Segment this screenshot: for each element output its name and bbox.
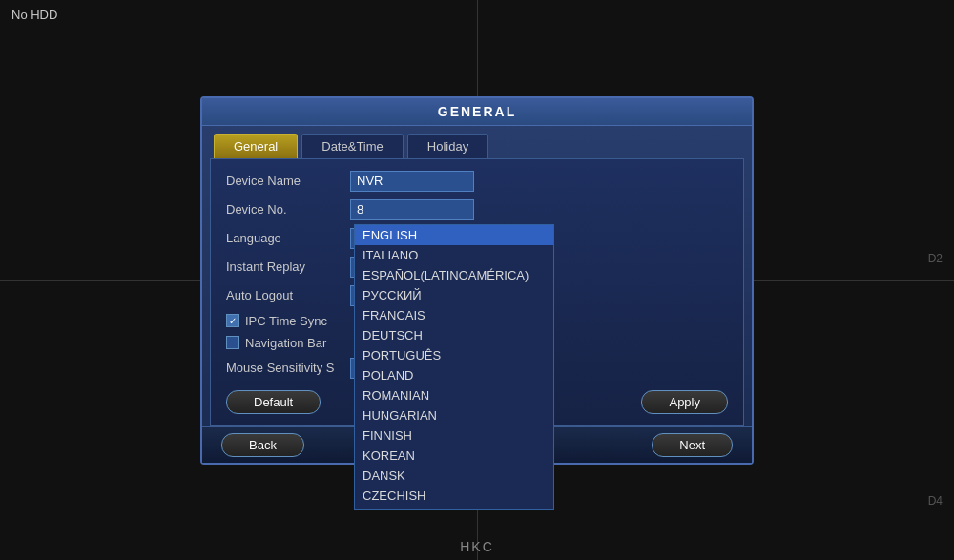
lang-finnish[interactable]: FINNISH: [355, 425, 553, 446]
back-button[interactable]: Back: [221, 433, 304, 457]
device-no-input[interactable]: [350, 199, 474, 220]
auto-logout-label: Auto Logout: [226, 288, 350, 302]
lang-portugues[interactable]: PORTUGUÊS: [355, 345, 553, 365]
lang-english[interactable]: ENGLISH: [355, 225, 553, 245]
lang-romanian[interactable]: ROMANIAN: [355, 385, 553, 405]
instant-replay-label: Instant Replay: [226, 259, 350, 274]
default-button[interactable]: Default: [226, 390, 321, 414]
lang-bulgaria[interactable]: BULGARIA: [355, 506, 553, 510]
lang-deutsch[interactable]: DEUTSCH: [355, 325, 553, 345]
device-name-input[interactable]: [350, 171, 474, 192]
dialog-title: GENERAL: [202, 98, 752, 126]
ipc-sync-checkbox[interactable]: ✓: [226, 314, 239, 327]
apply-button[interactable]: Apply: [641, 390, 728, 414]
lang-italiano[interactable]: ITALIANO: [355, 245, 553, 265]
brand-label: HKC: [460, 539, 494, 554]
general-dialog: GENERAL General Date&Time Holiday Device…: [200, 96, 754, 465]
nav-bar-label: Navigation Bar: [245, 336, 326, 350]
lang-poland[interactable]: POLAND: [355, 365, 553, 385]
lang-hungarian[interactable]: HUNGARIAN: [355, 405, 553, 425]
device-name-row: Device Name: [226, 171, 728, 192]
lang-dansk[interactable]: DANSK: [355, 466, 553, 486]
language-dropdown-list: ENGLISH ITALIANO ESPAÑOL(LATINOAMÉRICA) …: [354, 224, 554, 510]
lang-francais[interactable]: FRANCAIS: [355, 305, 553, 325]
no-hdd-label: No HDD: [11, 8, 57, 22]
lang-czechish[interactable]: CZECHISH: [355, 486, 553, 506]
lang-espanol-lat[interactable]: ESPAÑOL(LATINOAMÉRICA): [355, 265, 553, 285]
tv-background: No HDD D2 D3 D4 HKC GENERAL General Date…: [0, 0, 954, 560]
tab-datetime[interactable]: Date&Time: [301, 134, 404, 158]
tab-general[interactable]: General: [214, 134, 298, 158]
device-name-label: Device Name: [226, 174, 350, 188]
d2-label: D2: [928, 252, 943, 265]
device-no-label: Device No.: [226, 202, 350, 217]
tab-bar: General Date&Time Holiday: [202, 126, 752, 158]
language-label: Language: [226, 231, 350, 245]
device-no-row: Device No.: [226, 199, 728, 220]
mouse-sensitivity-label: Mouse Sensitivity S: [226, 361, 350, 375]
next-button[interactable]: Next: [652, 433, 733, 457]
d4-label: D4: [928, 494, 943, 508]
tab-holiday[interactable]: Holiday: [407, 134, 488, 158]
lang-russian[interactable]: РУССКИЙ: [355, 285, 553, 305]
lang-korean[interactable]: KOREAN: [355, 446, 553, 466]
ipc-sync-label: IPC Time Sync: [245, 314, 327, 328]
nav-bar-checkbox[interactable]: [226, 336, 239, 349]
